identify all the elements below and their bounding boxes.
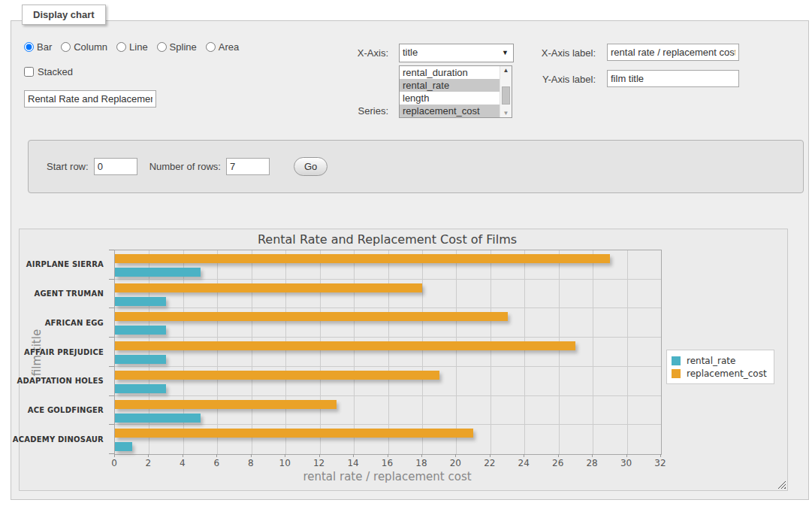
y-tick-mark xyxy=(109,366,114,367)
legend-entry-replacement_cost[interactable]: replacement_cost xyxy=(672,367,767,380)
series-option-replacement_cost[interactable]: replacement_cost xyxy=(400,105,512,117)
rental_rate-bar[interactable] xyxy=(115,268,201,277)
stacked-checkbox-row[interactable]: Stacked xyxy=(24,66,73,77)
y-axis-label-label: Y-Axis label: xyxy=(484,74,596,85)
go-button[interactable]: Go xyxy=(294,157,328,176)
rental_rate-bar[interactable] xyxy=(115,326,166,335)
x-tick-mark xyxy=(319,454,320,457)
chart-type-label: Spline xyxy=(170,41,197,53)
x-tick-mark xyxy=(455,454,456,457)
x-tick-label: 0 xyxy=(111,458,117,468)
x-tick-mark xyxy=(490,454,491,457)
rental_rate-bar[interactable] xyxy=(115,384,166,393)
x-tick-label: 4 xyxy=(180,458,186,468)
scroll-up-icon[interactable]: ▲ xyxy=(500,67,512,74)
x-axis-label-label: X-Axis label: xyxy=(484,47,596,59)
x-axis-select-label: X-Axis: xyxy=(297,47,388,59)
category-row xyxy=(115,280,661,309)
chart-type-radio-spline[interactable] xyxy=(157,42,167,52)
start-row-input[interactable] xyxy=(94,158,137,175)
replacement_cost-bar[interactable] xyxy=(115,254,610,263)
category-label: ACE GOLDFINGER xyxy=(28,405,104,414)
chart-type-radio-area[interactable] xyxy=(206,42,216,52)
category-label: AIRPLANE SIERRA xyxy=(26,260,104,268)
resize-handle-icon[interactable] xyxy=(777,480,786,489)
replacement_cost-bar[interactable] xyxy=(115,429,473,438)
plot-area xyxy=(114,250,662,455)
y-tick-mark xyxy=(109,424,114,425)
x-tick-mark xyxy=(183,454,183,457)
x-axis-select-value: title xyxy=(403,47,418,58)
x-tick-label: 10 xyxy=(279,458,291,468)
y-tick-mark xyxy=(109,308,114,308)
x-tick-mark xyxy=(216,454,217,457)
chart-x-axis-label: rental rate / replacement cost xyxy=(114,470,660,483)
replacement_cost-bar[interactable] xyxy=(115,400,337,409)
chart-type-label: Line xyxy=(129,41,148,53)
legend-entry-rental_rate[interactable]: rental_rate xyxy=(672,354,767,367)
rental_rate-bar[interactable] xyxy=(115,355,166,364)
chart-title-input[interactable] xyxy=(24,90,156,108)
x-tick-mark xyxy=(626,454,627,457)
start-row-label: Start row: xyxy=(47,161,89,172)
num-rows-input[interactable] xyxy=(226,158,270,175)
chart-type-radio-column[interactable] xyxy=(61,42,71,52)
category-label: AFRICAN EGG xyxy=(45,318,104,326)
x-tick-label: 2 xyxy=(146,458,152,468)
x-tick-mark xyxy=(592,454,593,457)
category-row xyxy=(115,250,661,280)
row-range-box: Start row: Number of rows: Go xyxy=(28,140,804,193)
x-tick-mark xyxy=(251,454,252,457)
chart-type-option-column[interactable]: Column xyxy=(61,41,107,53)
chart-type-label: Bar xyxy=(37,41,52,53)
scrollbar-thumb[interactable] xyxy=(502,86,510,105)
category-row xyxy=(115,425,661,454)
y-tick-mark xyxy=(109,395,114,396)
x-tick-label: 16 xyxy=(382,458,393,468)
chart-type-option-area[interactable]: Area xyxy=(206,41,239,53)
y-tick-mark xyxy=(109,337,114,338)
rental_rate-bar[interactable] xyxy=(115,414,201,423)
replacement_cost-bar[interactable] xyxy=(115,341,575,350)
category-label: AFFAIR PREJUDICE xyxy=(24,347,104,356)
rental_rate-bar[interactable] xyxy=(115,297,166,306)
category-row xyxy=(115,338,661,367)
chart-type-label: Area xyxy=(219,41,239,53)
x-tick-label: 32 xyxy=(654,458,666,468)
x-tick-mark xyxy=(148,454,149,457)
x-tick-mark xyxy=(660,454,661,457)
x-tick-label: 12 xyxy=(313,458,324,468)
chart-type-label: Column xyxy=(74,41,107,53)
chart-container: Rental Rate and Replacement Cost of Film… xyxy=(19,229,788,491)
category-row xyxy=(115,367,661,396)
chart-type-option-line[interactable]: Line xyxy=(116,41,148,53)
legend-swatch xyxy=(672,356,681,365)
x-tick-mark xyxy=(421,454,422,457)
x-tick-mark xyxy=(114,454,115,457)
chart-type-option-bar[interactable]: Bar xyxy=(24,41,52,53)
chart-type-radio-bar[interactable] xyxy=(24,42,34,52)
x-tick-label: 22 xyxy=(484,458,495,468)
x-tick-label: 26 xyxy=(552,458,563,468)
chart-type-option-spline[interactable]: Spline xyxy=(157,41,197,53)
x-tick-label: 6 xyxy=(213,458,219,468)
category-label: ACADEMY DINOSAUR xyxy=(13,435,104,443)
bars-layer xyxy=(115,250,661,454)
x-tick-mark xyxy=(285,454,285,457)
series-option-length[interactable]: length xyxy=(400,92,512,105)
legend-swatch xyxy=(672,369,681,378)
x-tick-label: 8 xyxy=(248,458,254,468)
series-label: Series: xyxy=(297,105,388,117)
scroll-down-icon[interactable]: ▼ xyxy=(500,110,512,117)
replacement_cost-bar[interactable] xyxy=(115,371,439,380)
replacement_cost-bar[interactable] xyxy=(115,283,422,292)
panel-title: Display chart xyxy=(22,5,106,25)
replacement_cost-bar[interactable] xyxy=(115,312,508,321)
x-axis-label-input[interactable] xyxy=(607,44,739,61)
stacked-checkbox[interactable] xyxy=(24,67,34,77)
y-tick-mark xyxy=(109,279,114,280)
category-row xyxy=(115,396,661,426)
rental_rate-bar[interactable] xyxy=(115,442,132,451)
y-axis-label-input[interactable] xyxy=(607,70,739,87)
chart-type-radio-line[interactable] xyxy=(116,42,126,52)
